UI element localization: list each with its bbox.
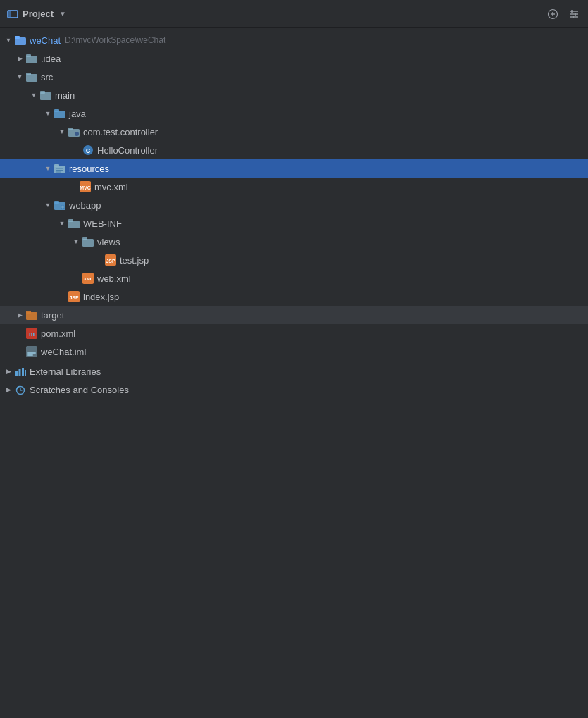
label-src: src: [41, 72, 53, 82]
package-icon: [68, 125, 80, 138]
svg-rect-20: [54, 109, 59, 112]
svg-text:JSP: JSP: [106, 259, 115, 264]
folder-icon-WEBINF: [68, 217, 80, 230]
arrow-main: ▼: [28, 89, 39, 101]
xml-icon-mvc: MVC: [79, 180, 92, 193]
panel-dropdown-arrow[interactable]: ▼: [59, 10, 66, 18]
tree-item-package[interactable]: ▼ com.test.controller: [0, 123, 588, 141]
label-main: main: [55, 90, 75, 101]
label-WEBINF: WEB-INF: [83, 218, 122, 229]
arrow-scratches: ▶: [3, 384, 14, 395]
label-package: com.test.controller: [83, 127, 158, 137]
label-weChat-iml: weChat.iml: [41, 347, 86, 357]
tree-item-test-jsp[interactable]: JSP test.jsp: [0, 251, 588, 269]
folder-icon-java: [54, 107, 66, 120]
folder-icon-webapp: [54, 199, 66, 211]
tree-item-main[interactable]: ▼ main: [0, 86, 588, 104]
svg-rect-34: [54, 201, 59, 204]
svg-rect-55: [15, 371, 18, 376]
label-test-jsp: test.jsp: [120, 255, 149, 266]
folder-icon-resources: [54, 162, 66, 175]
svg-rect-56: [19, 369, 21, 376]
label-web-xml: web.xml: [97, 273, 131, 284]
svg-rect-27: [54, 164, 59, 167]
arrow-java: ▼: [42, 108, 54, 119]
tree-item-target[interactable]: ▶ target: [0, 306, 588, 324]
folder-icon-views: [82, 235, 94, 248]
tree-item-src[interactable]: ▼ src: [0, 68, 588, 86]
arrow-idea: ▶: [14, 53, 25, 64]
svg-text:m: m: [29, 330, 35, 338]
svg-rect-1: [8, 11, 11, 18]
label-java: java: [69, 109, 86, 119]
svg-rect-49: [26, 311, 31, 314]
iml-icon: [25, 345, 38, 358]
panel-title: Project: [23, 8, 54, 19]
tree-item-mvc-xml[interactable]: MVC mvc.xml: [0, 178, 588, 196]
arrow-views: ▼: [70, 236, 82, 247]
arrow-external-libraries: ▶: [3, 366, 14, 377]
tree-item-pom-xml[interactable]: m pom.xml: [0, 324, 588, 342]
arrow-WEB-INF: ▼: [56, 218, 68, 229]
folder-icon-src: [25, 70, 38, 83]
label-webapp: webapp: [69, 200, 101, 211]
tree-item-WEB-INF[interactable]: ▼ WEB-INF: [0, 214, 588, 233]
svg-rect-12: [15, 36, 20, 39]
tree-item-idea[interactable]: ▶ .idea: [0, 49, 588, 68]
project-title-icon: [7, 8, 18, 20]
tree-item-HelloController[interactable]: C HelloController: [0, 141, 588, 159]
tree-item-scratches[interactable]: ▶ Scratches and Consoles: [0, 380, 588, 399]
label-views: views: [97, 237, 120, 247]
svg-rect-54: [27, 354, 33, 356]
svg-rect-39: [68, 219, 73, 222]
arrow-target: ▶: [14, 309, 25, 321]
folder-icon-main: [39, 89, 52, 101]
svg-rect-14: [26, 54, 31, 57]
svg-text:MVC: MVC: [80, 185, 91, 190]
tree-item-resources[interactable]: ▼ resources: [0, 159, 588, 178]
label-pom-xml: pom.xml: [41, 328, 75, 339]
header-left: Project ▼: [7, 8, 66, 20]
label-scratches: Scratches and Consoles: [30, 385, 129, 395]
svg-rect-18: [40, 91, 45, 94]
add-content-root-button[interactable]: [546, 7, 560, 21]
project-tree[interactable]: ▼ weChat D:\mvcWorkSpace\weChat ▶ .idea: [0, 28, 588, 718]
tree-item-weChat[interactable]: ▼ weChat D:\mvcWorkSpace\weChat: [0, 31, 588, 49]
label-external-libraries: External Libraries: [30, 366, 101, 377]
scratches-icon: [14, 383, 27, 396]
svg-point-23: [75, 132, 79, 136]
tree-item-weChat-iml[interactable]: weChat.iml: [0, 342, 588, 361]
tree-item-web-xml[interactable]: XML web.xml: [0, 269, 588, 287]
tree-item-external-libraries[interactable]: ▶ External Libraries: [0, 362, 588, 380]
svg-rect-53: [27, 352, 36, 354]
arrow-webapp: ▼: [42, 199, 54, 211]
jsp-icon-index: JSP: [68, 290, 80, 303]
svg-rect-41: [82, 237, 87, 240]
arrow-package: ▼: [56, 126, 68, 137]
header-actions: [546, 7, 581, 21]
path-weChat: D:\mvcWorkSpace\weChat: [65, 35, 165, 45]
jsp-icon-test: JSP: [104, 254, 117, 266]
svg-rect-57: [22, 368, 24, 376]
svg-rect-16: [26, 73, 31, 75]
folder-icon-idea: [25, 52, 38, 65]
tree-item-index-jsp[interactable]: JSP index.jsp: [0, 287, 588, 306]
svg-text:JSP: JSP: [69, 295, 79, 300]
label-target: target: [41, 310, 64, 321]
arrow-src: ▼: [14, 71, 25, 82]
tree-item-views[interactable]: ▼ views: [0, 233, 588, 251]
label-weChat: weChat: [30, 35, 61, 46]
folder-icon-target: [25, 309, 38, 321]
arrow-resources: ▼: [42, 163, 54, 174]
tree-item-webapp[interactable]: ▼ webapp: [0, 196, 588, 214]
svg-rect-22: [68, 128, 73, 130]
label-idea: .idea: [41, 54, 61, 64]
maven-icon-pom: m: [25, 327, 38, 340]
project-panel: Project ▼: [0, 0, 588, 718]
label-index-jsp: index.jsp: [83, 292, 119, 302]
label-HelloController: HelloController: [97, 145, 158, 156]
folder-icon-weChat: [14, 34, 27, 47]
tree-item-java[interactable]: ▼ java: [0, 104, 588, 123]
panel-header: Project ▼: [0, 0, 588, 28]
settings-button[interactable]: [567, 7, 581, 21]
